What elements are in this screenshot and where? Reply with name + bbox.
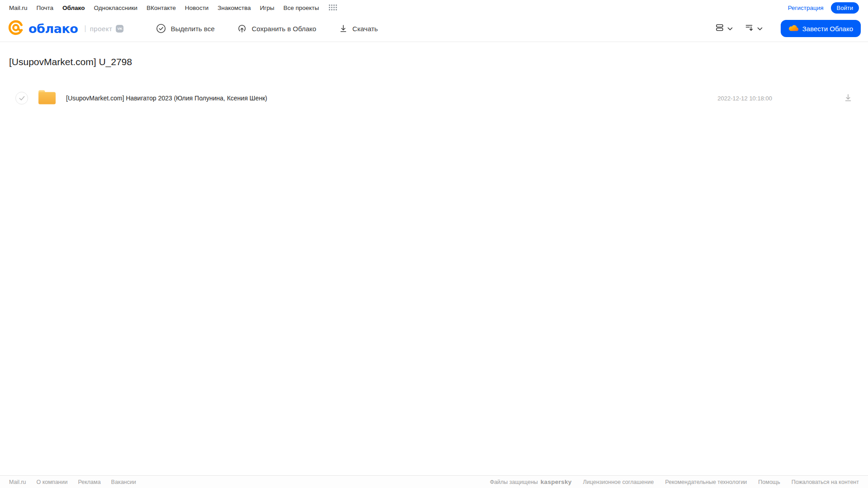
download-icon <box>844 93 853 104</box>
row-checkbox[interactable] <box>15 92 28 104</box>
footer-link-about[interactable]: О компании <box>37 479 68 485</box>
portal-nav-links: Mail.ru Почта Облако Одноклассники ВКонт… <box>9 5 337 11</box>
select-all-button[interactable]: Выделить все <box>156 24 214 33</box>
nav-link-pochta[interactable]: Почта <box>37 5 54 11</box>
toolbar-right: Завести Облако <box>715 20 861 37</box>
nav-link-mailru[interactable]: Mail.ru <box>9 5 28 11</box>
toolbar-actions: Выделить все Сохранить в Облако Скачат <box>156 24 378 33</box>
get-cloud-button[interactable]: Завести Облако <box>781 20 861 37</box>
row-download-button[interactable] <box>844 93 853 104</box>
sort-dropdown[interactable] <box>745 23 763 34</box>
check-circle-icon <box>156 24 166 33</box>
vk-badge-icon: VK <box>116 25 123 33</box>
footer-link-license[interactable]: Лицензионное соглашение <box>583 479 654 485</box>
select-all-label: Выделить все <box>171 25 214 33</box>
footer-right-links: Файлы защищены kaspersky Лицензионное со… <box>490 479 859 485</box>
footer-link-jobs[interactable]: Вакансии <box>111 479 136 485</box>
footer-link-mailru[interactable]: Mail.ru <box>9 479 26 485</box>
save-to-cloud-label: Сохранить в Облако <box>251 25 316 33</box>
footer-link-recommendation-tech[interactable]: Рекомендательные технологии <box>665 479 747 485</box>
nav-link-novosti[interactable]: Новости <box>185 5 209 11</box>
kaspersky-protection: Файлы защищены kaspersky <box>490 479 572 485</box>
main-content: [UsupovMarket.com] U_2798 [UsupovMarket.… <box>0 56 868 109</box>
project-vk-label: | проект VK <box>84 24 123 33</box>
cloud-upload-icon <box>237 24 247 33</box>
view-mode-dropdown[interactable] <box>715 23 733 34</box>
logo-divider: | <box>84 24 86 33</box>
save-to-cloud-button[interactable]: Сохранить в Облако <box>237 24 316 33</box>
logo-wordmark: облако <box>28 22 78 36</box>
download-label: Скачать <box>352 25 378 33</box>
protected-label: Файлы защищены <box>490 479 538 485</box>
nav-link-vse-proekty[interactable]: Все проекты <box>283 5 319 11</box>
file-row[interactable]: [UsupovMarket.com] Навигатор 2023 (Юлия … <box>9 87 859 109</box>
kaspersky-logo[interactable]: kaspersky <box>541 479 572 485</box>
apps-grid-icon[interactable] <box>329 5 337 11</box>
get-cloud-label: Завести Облако <box>802 25 853 33</box>
footer-link-report-content[interactable]: Пожаловаться на контент <box>792 479 859 485</box>
footer: Mail.ru О компании Реклама Вакансии Файл… <box>0 475 868 488</box>
cloud-logo[interactable]: облако <box>7 19 78 38</box>
nav-link-vkontakte[interactable]: ВКонтакте <box>147 5 176 11</box>
portal-nav: Mail.ru Почта Облако Одноклассники ВКонт… <box>0 0 868 15</box>
chevron-down-icon <box>757 24 763 33</box>
sort-icon <box>745 23 754 34</box>
cloud-icon <box>788 24 798 33</box>
portal-nav-right: Регистрация Войти <box>788 2 859 14</box>
nav-link-oblako[interactable]: Облако <box>62 5 85 11</box>
folder-icon <box>37 89 57 108</box>
nav-link-igry[interactable]: Игры <box>260 5 275 11</box>
login-button[interactable]: Войти <box>831 2 859 14</box>
nav-link-znakomstva[interactable]: Знакомства <box>218 5 251 11</box>
chevron-down-icon <box>727 24 733 33</box>
project-label: проект <box>90 25 113 33</box>
page-title: [UsupovMarket.com] U_2798 <box>9 56 859 68</box>
nav-link-odnoklassniki[interactable]: Одноклассники <box>94 5 137 11</box>
footer-left-links: Mail.ru О компании Реклама Вакансии <box>9 479 136 485</box>
file-name-link[interactable]: [UsupovMarket.com] Навигатор 2023 (Юлия … <box>66 95 267 102</box>
cloud-toolbar: облако | проект VK Выделить все <box>0 15 868 42</box>
footer-link-ads[interactable]: Реклама <box>78 479 100 485</box>
footer-link-help[interactable]: Помощь <box>758 479 780 485</box>
file-modified-date: 2022-12-12 10:18:00 <box>717 95 772 102</box>
register-link[interactable]: Регистрация <box>788 5 824 11</box>
view-mode-icon <box>715 23 725 34</box>
at-logo-icon <box>7 19 24 38</box>
download-button[interactable]: Скачать <box>339 24 378 33</box>
download-icon <box>339 24 348 33</box>
